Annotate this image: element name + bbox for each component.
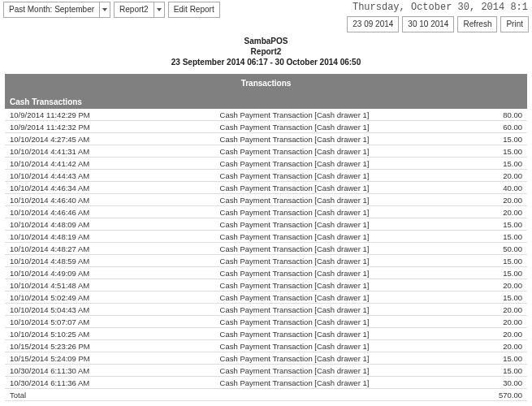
report-select-dropdown[interactable]: Report2 [114,2,154,18]
tx-date: 10/10/2014 4:46:46 AM [5,206,110,218]
tx-description: Cash Payment Transaction [Cash drawer 1] [110,377,478,389]
table-row: 10/30/2014 6:11:30 AMCash Payment Transa… [5,365,527,377]
chevron-down-icon [102,8,107,11]
tx-description: Cash Payment Transaction [Cash drawer 1] [110,267,478,279]
chevron-down-icon [157,8,162,11]
tx-amount: 50.00 [478,243,527,255]
table-row: 10/10/2014 4:44:43 AMCash Payment Transa… [5,170,527,182]
table-row: 10/10/2014 4:51:48 AMCash Payment Transa… [5,279,527,292]
tx-date: 10/10/2014 4:41:42 AM [5,158,110,170]
total-amount: 570.00 [478,389,527,401]
table-row: 10/10/2014 5:10:25 AMCash Payment Transa… [5,328,527,340]
tx-description: Cash Payment Transaction [Cash drawer 1] [110,255,478,267]
tx-date: 10/10/2014 4:51:48 AM [5,279,110,292]
tx-date: 10/10/2014 4:46:34 AM [5,182,110,194]
report-select-dropdown-arrow[interactable] [154,2,165,18]
past-month-dropdown-arrow[interactable] [99,2,110,18]
tx-date: 10/10/2014 4:48:59 AM [5,255,110,267]
table-row: 10/10/2014 5:04:43 AMCash Payment Transa… [5,304,527,316]
tx-date: 10/10/2014 5:04:43 AM [5,304,110,316]
tx-date: 10/10/2014 4:46:40 AM [5,194,110,206]
table-row: 10/15/2014 5:23:26 PMCash Payment Transa… [5,340,527,352]
total-spacer [110,389,478,401]
tx-description: Cash Payment Transaction [Cash drawer 1] [110,316,478,328]
tx-amount: 15.00 [478,218,527,231]
table-row: 10/10/2014 4:41:31 AMCash Payment Transa… [5,145,527,158]
tx-description: Cash Payment Transaction [Cash drawer 1] [110,158,478,170]
tx-amount: 20.00 [478,194,527,206]
tx-description: Cash Payment Transaction [Cash drawer 1] [110,340,478,352]
tx-date: 10/10/2014 4:44:43 AM [5,170,110,182]
table-row: 10/30/2014 6:11:36 AMCash Payment Transa… [5,377,527,389]
report-app-name: SambaPOS [0,36,532,46]
tx-description: Cash Payment Transaction [Cash drawer 1] [110,365,478,377]
tx-description: Cash Payment Transaction [Cash drawer 1] [110,182,478,194]
report-date-range: 23 September 2014 06:17 - 30 October 201… [0,57,532,67]
total-row: Total570.00 [5,389,527,401]
tx-amount: 40.00 [478,182,527,194]
report-header: SambaPOS Report2 23 September 2014 06:17… [0,36,532,67]
tx-amount: 20.00 [478,279,527,292]
tx-amount: 15.00 [478,365,527,377]
tx-description: Cash Payment Transaction [Cash drawer 1] [110,133,478,145]
tx-description: Cash Payment Transaction [Cash drawer 1] [110,121,478,133]
tx-amount: 15.00 [478,133,527,145]
section-header: Transactions Cash Transactions [5,74,527,109]
edit-report-button[interactable]: Edit Report [168,2,220,18]
tx-amount: 15.00 [478,231,527,243]
table-row: 10/10/2014 4:49:09 AMCash Payment Transa… [5,267,527,279]
tx-description: Cash Payment Transaction [Cash drawer 1] [110,218,478,231]
tx-date: 10/10/2014 4:48:09 AM [5,218,110,231]
tx-amount: 15.00 [478,292,527,304]
tx-amount: 15.00 [478,352,527,365]
table-row: 10/10/2014 5:07:07 AMCash Payment Transa… [5,316,527,328]
tx-description: Cash Payment Transaction [Cash drawer 1] [110,145,478,158]
tx-description: Cash Payment Transaction [Cash drawer 1] [110,279,478,292]
tx-description: Cash Payment Transaction [Cash drawer 1] [110,292,478,304]
tx-date: 10/10/2014 4:48:27 AM [5,243,110,255]
tx-amount: 15.00 [478,145,527,158]
table-row: 10/10/2014 5:02:49 AMCash Payment Transa… [5,292,527,304]
section-subtitle: Cash Transactions [10,96,522,109]
tx-amount: 60.00 [478,121,527,133]
total-label: Total [5,389,110,401]
tx-description: Cash Payment Transaction [Cash drawer 1] [110,352,478,365]
tx-description: Cash Payment Transaction [Cash drawer 1] [110,243,478,255]
start-date-button[interactable]: 23 09 2014 [347,16,399,32]
tx-amount: 20.00 [478,304,527,316]
table-row: 10/10/2014 4:41:42 AMCash Payment Transa… [5,158,527,170]
table-row: 10/10/2014 4:46:34 AMCash Payment Transa… [5,182,527,194]
tx-date: 10/10/2014 4:41:31 AM [5,145,110,158]
tx-amount: 80.00 [478,109,527,121]
tx-date: 10/30/2014 6:11:36 AM [5,377,110,389]
report-name: Report2 [0,46,532,57]
table-row: 10/10/2014 4:48:19 AMCash Payment Transa… [5,231,527,243]
tx-description: Cash Payment Transaction [Cash drawer 1] [110,170,478,182]
refresh-button[interactable]: Refresh [457,16,497,32]
past-month-dropdown[interactable]: Past Month: September [3,2,99,18]
section-title: Transactions [10,74,522,96]
tx-date: 10/15/2014 5:24:09 PM [5,352,110,365]
tx-date: 10/30/2014 6:11:30 AM [5,365,110,377]
tx-amount: 20.00 [478,316,527,328]
tx-description: Cash Payment Transaction [Cash drawer 1] [110,304,478,316]
tx-amount: 20.00 [478,206,527,218]
end-date-button[interactable]: 30 10 2014 [402,16,454,32]
tx-date: 10/9/2014 11:42:29 PM [5,109,110,121]
table-row: 10/9/2014 11:42:32 PMCash Payment Transa… [5,121,527,133]
tx-date: 10/10/2014 5:07:07 AM [5,316,110,328]
table-row: 10/9/2014 11:42:29 PMCash Payment Transa… [5,109,527,121]
tx-description: Cash Payment Transaction [Cash drawer 1] [110,109,478,121]
tx-description: Cash Payment Transaction [Cash drawer 1] [110,206,478,218]
table-row: 10/10/2014 4:46:40 AMCash Payment Transa… [5,194,527,206]
tx-date: 10/10/2014 5:10:25 AM [5,328,110,340]
table-row: 10/10/2014 4:48:27 AMCash Payment Transa… [5,243,527,255]
table-row: 10/10/2014 4:48:09 AMCash Payment Transa… [5,218,527,231]
table-row: 10/10/2014 4:27:45 AMCash Payment Transa… [5,133,527,145]
tx-date: 10/10/2014 4:49:09 AM [5,267,110,279]
table-row: 10/10/2014 4:48:59 AMCash Payment Transa… [5,255,527,267]
tx-description: Cash Payment Transaction [Cash drawer 1] [110,194,478,206]
tx-date: 10/10/2014 4:27:45 AM [5,133,110,145]
print-button[interactable]: Print [500,16,529,32]
tx-amount: 20.00 [478,340,527,352]
